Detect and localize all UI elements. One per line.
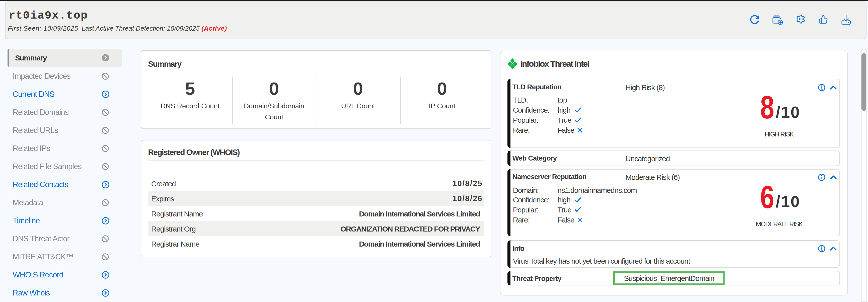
svg-text:API: API: [799, 18, 803, 21]
